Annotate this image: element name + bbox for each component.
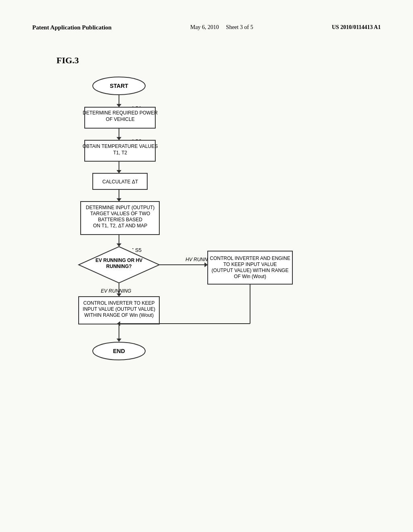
svg-marker-10 xyxy=(117,170,121,173)
svg-marker-26 xyxy=(204,262,208,267)
s4-text-line2: TARGET VALUES OF TWO xyxy=(90,211,150,216)
page-header: Patent Application Publication May 6, 20… xyxy=(32,24,381,31)
svg-marker-6 xyxy=(117,137,121,140)
s6-text-line2: INPUT VALUE (OUTPUT VALUE) xyxy=(83,306,155,312)
header-sheet: Sheet 3 of 5 xyxy=(226,24,253,30)
svg-marker-2 xyxy=(117,104,121,107)
flowchart-svg: START S1 DETERMINE REQUIRED POWER OF VEH… xyxy=(44,74,327,436)
s5-label: S5 xyxy=(135,247,142,253)
s2-text-line2: T1, T2 xyxy=(113,150,127,156)
header-patent-number: US 2010/0114413 A1 xyxy=(332,24,381,31)
s7-text-line2: TO KEEP INPUT VALUE xyxy=(223,262,277,267)
figure-label: FIG.3 xyxy=(56,55,381,66)
svg-marker-18 xyxy=(117,243,121,247)
header-date-sheet: May 6, 2010 Sheet 3 of 5 xyxy=(190,24,253,31)
svg-marker-14 xyxy=(117,198,121,202)
s5-decision-line1: EV RUNNING OR HV xyxy=(96,258,143,263)
end-node: END xyxy=(113,348,125,354)
svg-marker-33 xyxy=(117,339,121,342)
s4-text-line1: DETERMINE INPUT (OUTPUT) xyxy=(86,205,154,210)
s6-text-line1: CONTROL INVERTER TO KEEP xyxy=(83,300,155,306)
svg-marker-22 xyxy=(117,293,121,297)
s1-text-line1: DETERMINE REQUIRED POWER xyxy=(83,110,158,116)
patent-page: Patent Application Publication May 6, 20… xyxy=(0,0,413,532)
header-publication-title: Patent Application Publication xyxy=(32,24,112,31)
s2-text-line1: OBTAIN TEMPERATURE VALUES xyxy=(83,143,158,149)
s7-text-line1: CONTROL INVERTER AND ENGINE xyxy=(210,256,290,261)
s3-text: CALCULATE ΔT xyxy=(102,179,138,185)
flowchart-area: START S1 DETERMINE REQUIRED POWER OF VEH… xyxy=(44,74,327,436)
s4-text-line4: ON T1, T2, ΔT AND MAP xyxy=(93,223,148,229)
s7-text-line4: OF Win (Wout) xyxy=(234,274,266,279)
s5-decision-line2: RUNNING? xyxy=(106,264,131,269)
s6-text-line3: WITHIN RANGE OF Win (Wout) xyxy=(84,312,154,318)
s4-text-line3: BATTERIES BASED xyxy=(98,217,142,222)
ev-running-label: EV RUNNING xyxy=(101,288,131,294)
s7-text-line3: (OUTPUT VALUE) WITHIN RANGE xyxy=(212,268,289,273)
start-node: START xyxy=(110,83,128,89)
s1-text-line2: OF VEHICLE xyxy=(106,116,134,122)
header-date: May 6, 2010 xyxy=(190,24,219,30)
